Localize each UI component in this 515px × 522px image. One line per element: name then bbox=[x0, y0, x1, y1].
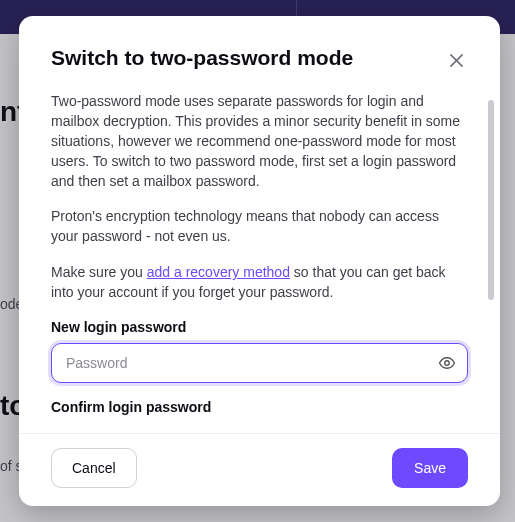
modal-title: Switch to two-password mode bbox=[51, 46, 353, 70]
new-password-field-wrap bbox=[51, 343, 468, 383]
description-paragraph-1: Two-password mode uses separate password… bbox=[51, 92, 468, 191]
svg-point-2 bbox=[445, 361, 450, 366]
new-password-label: New login password bbox=[51, 319, 468, 335]
add-recovery-link[interactable]: add a recovery method bbox=[147, 264, 290, 280]
modal-body: Switch to two-password mode Two-password… bbox=[19, 16, 500, 433]
modal-header: Switch to two-password mode bbox=[51, 46, 468, 72]
modal-scrollbar-thumb[interactable] bbox=[488, 100, 494, 300]
close-icon bbox=[449, 53, 464, 68]
toggle-password-visibility[interactable] bbox=[436, 352, 458, 374]
save-button[interactable]: Save bbox=[392, 448, 468, 488]
confirm-password-label: Confirm login password bbox=[51, 399, 468, 415]
new-password-input[interactable] bbox=[51, 343, 468, 383]
para3-pre: Make sure you bbox=[51, 264, 147, 280]
modal-scrollbar[interactable] bbox=[488, 100, 494, 433]
eye-icon bbox=[438, 354, 456, 372]
cancel-button[interactable]: Cancel bbox=[51, 448, 137, 488]
two-password-modal: Switch to two-password mode Two-password… bbox=[19, 16, 500, 506]
description-paragraph-3: Make sure you add a recovery method so t… bbox=[51, 263, 468, 303]
description-paragraph-2: Proton's encryption technology means tha… bbox=[51, 207, 468, 247]
modal-footer: Cancel Save bbox=[19, 433, 500, 506]
close-button[interactable] bbox=[444, 48, 468, 72]
